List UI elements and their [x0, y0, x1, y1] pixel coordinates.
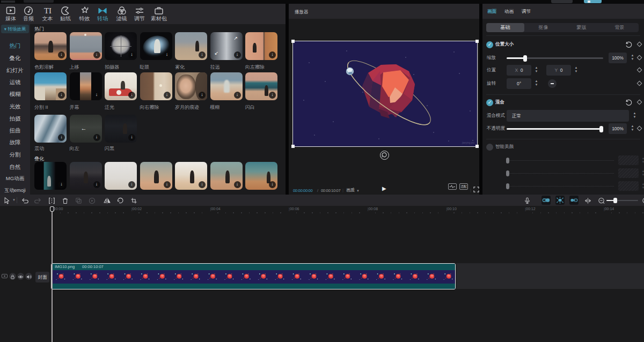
svg-text:TI: TI	[43, 6, 51, 15]
svg-text:jianying pro: jianying pro	[462, 142, 475, 144]
